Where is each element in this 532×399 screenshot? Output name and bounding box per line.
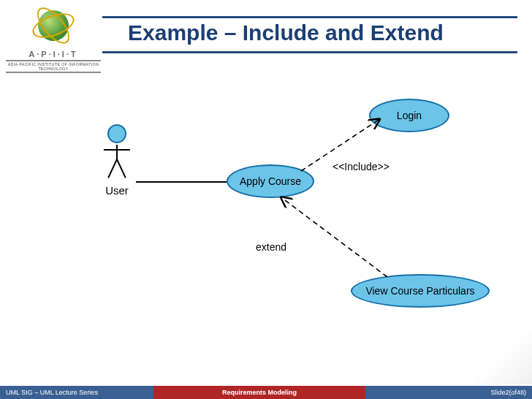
usecase-view-particulars: View Course Particulars (351, 274, 490, 308)
svg-line-1 (282, 198, 387, 277)
title-rule-bottom (102, 51, 517, 53)
logo: A·P·I·I·T ASIA·PACIFIC INSTITUTE OF INFO… (6, 3, 101, 75)
slide-title: Example – Include and Extend (128, 20, 444, 45)
footer-right: Slide 2 (of 48 ) (365, 386, 532, 399)
slide-count-prefix: Slide (490, 389, 505, 396)
actor-label: User (95, 184, 139, 197)
slide-total: 48 (517, 389, 524, 396)
logo-acronym: A·P·I·I·T (6, 50, 101, 58)
stick-figure-icon (102, 124, 132, 183)
usecase-label: Login (397, 110, 422, 121)
footer-left: UML SIG – UML Lecture Series (0, 386, 153, 399)
slide-count-mid: (of (509, 389, 517, 396)
slide-count-suffix: ) (524, 389, 526, 396)
extend-arrow (278, 194, 395, 281)
actor-user: User (95, 124, 139, 197)
page-curl-shadow (452, 319, 532, 384)
footer-center: Requirements Modeling (153, 386, 365, 399)
globe-icon (31, 3, 76, 48)
association-line (136, 181, 228, 183)
usecase-login: Login (369, 99, 449, 132)
extend-label: extend (256, 241, 286, 253)
title-rule-top (102, 16, 517, 18)
usecase-label: View Course Particulars (365, 285, 474, 297)
footer: UML SIG – UML Lecture Series Requirement… (0, 383, 532, 399)
usecase-apply-course: Apply Course (227, 164, 314, 198)
usecase-label: Apply Course (240, 175, 301, 187)
logo-subtitle: ASIA·PACIFIC INSTITUTE OF INFORMATION TE… (6, 60, 101, 73)
include-label: <<Include>> (332, 161, 390, 172)
